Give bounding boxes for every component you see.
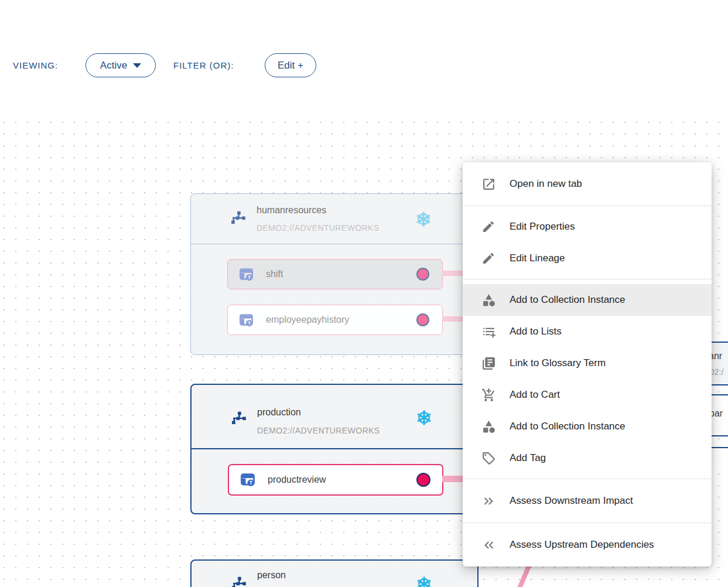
context-menu-section: Edit Properties Edit Lineage bbox=[463, 206, 712, 279]
table-row-partial[interactable] bbox=[712, 447, 728, 465]
add-cart-icon bbox=[480, 388, 497, 402]
shapes-icon bbox=[480, 419, 497, 434]
schema-node-person[interactable]: person ❄ bbox=[190, 559, 479, 587]
shapes-icon bbox=[480, 293, 497, 308]
tag-icon bbox=[480, 451, 497, 466]
lineage-toolbar: VIEWING: Active FILTER (OR): Edit + bbox=[0, 53, 728, 79]
snowflake-icon: ❄ bbox=[416, 575, 432, 587]
schema-icon bbox=[230, 409, 248, 427]
schema-node-header[interactable]: person ❄ bbox=[192, 561, 477, 587]
menu-item-open-in-new-tab[interactable]: Open in new tab bbox=[463, 167, 712, 201]
filter-edit-label: Edit + bbox=[278, 60, 303, 71]
menu-item-assess-upstream-dependencies[interactable]: Assess Upstream Dependencies bbox=[463, 528, 712, 562]
svg-text:T: T bbox=[248, 275, 251, 280]
double-chevron-right-icon bbox=[480, 494, 497, 508]
schema-node-title: person bbox=[257, 570, 286, 581]
schema-icon bbox=[230, 209, 247, 227]
table-row-employeepayhistory[interactable]: T employeepayhistory bbox=[227, 305, 443, 335]
menu-item-label: Add to Cart bbox=[510, 389, 560, 401]
table-row-label: employeepayhistory bbox=[266, 315, 349, 325]
menu-item-assess-downstream-impact[interactable]: Assess Downstream Impact bbox=[463, 484, 712, 518]
menu-item-label: Add Tag bbox=[510, 452, 546, 464]
menu-item-add-to-cart[interactable]: Add to Cart bbox=[463, 379, 712, 411]
glossary-book-icon bbox=[480, 356, 497, 371]
lineage-indicator-dot[interactable] bbox=[416, 473, 430, 487]
open-in-new-tab-icon bbox=[480, 177, 497, 192]
menu-item-label: Add to Collection Instance bbox=[510, 294, 626, 306]
snowflake-icon: ❄ bbox=[415, 210, 432, 229]
menu-item-label: Add to Lists bbox=[510, 326, 562, 337]
table-row-label: productreview bbox=[268, 475, 326, 485]
table-row-shift[interactable]: T shift bbox=[227, 259, 443, 289]
menu-item-label: Open in new tab bbox=[510, 178, 582, 190]
context-menu-section: Assess Upstream Dependencies bbox=[463, 523, 712, 566]
menu-item-edit-lineage[interactable]: Edit Lineage bbox=[463, 243, 712, 274]
schema-node-title: humanresources bbox=[257, 205, 326, 216]
table-row-label: shift bbox=[266, 269, 283, 279]
menu-item-label: Link to Glossary Term bbox=[510, 357, 606, 369]
menu-item-add-to-collection-instance-2[interactable]: Add to Collection Instance bbox=[463, 411, 712, 442]
context-menu: Open in new tab Edit Properties Edit Lin… bbox=[463, 162, 712, 566]
menu-item-add-to-collection-instance[interactable]: Add to Collection Instance bbox=[463, 284, 712, 316]
svg-text:T: T bbox=[248, 320, 251, 326]
filter-label: FILTER (OR): bbox=[173, 60, 234, 70]
lineage-indicator-dot[interactable] bbox=[416, 313, 429, 326]
menu-item-label: Assess Upstream Dependencies bbox=[510, 539, 654, 551]
schema-node-title: production bbox=[257, 407, 301, 418]
pencil-icon bbox=[480, 220, 497, 234]
schema-node-partial[interactable]: anr 02:/ par bbox=[712, 342, 728, 465]
menu-item-label: Add to Collection Instance bbox=[510, 421, 626, 432]
menu-item-label: Assess Downstream Impact bbox=[510, 495, 633, 507]
table-row-label-fragment: par bbox=[712, 408, 723, 419]
viewing-dropdown[interactable]: Active bbox=[86, 53, 156, 77]
menu-item-label: Edit Lineage bbox=[510, 252, 565, 264]
schema-node-datasource-fragment: 02:/ bbox=[712, 367, 723, 377]
context-menu-section: Assess Downstream Impact bbox=[463, 479, 712, 523]
pencil-icon bbox=[480, 251, 497, 265]
schema-node-header[interactable]: humanresources DEMO2://ADVENTUREWORKS ❄ bbox=[191, 194, 471, 244]
context-menu-section: Add to Collection Instance Add to Lists … bbox=[463, 279, 712, 479]
context-menu-section: Open in new tab bbox=[463, 162, 712, 206]
filter-edit-button[interactable]: Edit + bbox=[265, 53, 316, 77]
schema-icon bbox=[230, 575, 248, 587]
menu-item-edit-properties[interactable]: Edit Properties bbox=[463, 211, 712, 243]
schema-node-header[interactable]: anr 02:/ bbox=[712, 342, 728, 385]
table-row-productreview[interactable]: T productreview bbox=[228, 464, 443, 496]
menu-item-add-tag[interactable]: Add Tag bbox=[463, 442, 712, 474]
schema-node-datasource: DEMO2://ADVENTUREWORKS bbox=[257, 223, 380, 233]
table-icon: T bbox=[240, 472, 256, 488]
menu-item-link-to-glossary-term[interactable]: Link to Glossary Term bbox=[463, 347, 712, 379]
schema-node-header[interactable]: production DEMO2://ADVENTUREWORKS ❄ bbox=[192, 385, 470, 449]
table-icon: T bbox=[238, 312, 254, 328]
schema-node-production[interactable]: production DEMO2://ADVENTUREWORKS ❄ T pr… bbox=[190, 384, 471, 514]
snowflake-icon: ❄ bbox=[416, 408, 432, 428]
playlist-add-icon bbox=[480, 325, 497, 339]
chevron-down-icon bbox=[133, 63, 141, 68]
schema-node-title-fragment: anr bbox=[712, 351, 722, 361]
schema-node-humanresources[interactable]: humanresources DEMO2://ADVENTUREWORKS ❄ … bbox=[190, 193, 471, 355]
table-icon: T bbox=[238, 267, 254, 282]
lineage-indicator-dot[interactable] bbox=[416, 268, 429, 281]
double-chevron-left-icon bbox=[480, 538, 497, 552]
menu-item-add-to-lists[interactable]: Add to Lists bbox=[463, 316, 712, 347]
menu-item-label: Edit Properties bbox=[510, 221, 575, 233]
viewing-dropdown-value: Active bbox=[100, 60, 127, 71]
viewing-label: VIEWING: bbox=[13, 60, 58, 70]
svg-text:T: T bbox=[249, 480, 252, 486]
table-row-partial[interactable]: par bbox=[712, 394, 728, 436]
schema-node-datasource: DEMO2://ADVENTUREWORKS bbox=[257, 426, 380, 435]
